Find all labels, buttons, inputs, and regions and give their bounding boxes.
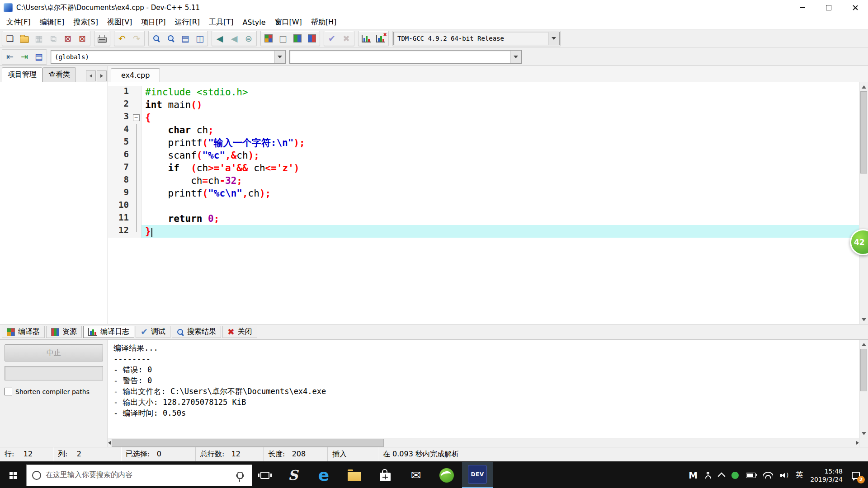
devcpp-taskbar-button[interactable]: DEV — [462, 462, 493, 488]
chevron-down-icon[interactable] — [510, 51, 521, 63]
bottom-tab-search-results[interactable]: 搜索结果 — [172, 326, 221, 338]
bottom-tab-compiler[interactable]: 编译器 — [2, 326, 45, 338]
scrollbar-thumb[interactable] — [112, 439, 384, 447]
globals-select[interactable]: (globals) — [51, 50, 286, 64]
editor-vscrollbar[interactable] — [859, 82, 868, 324]
back-button[interactable]: ◀ — [212, 32, 227, 45]
scroll-down-button[interactable] — [859, 429, 868, 438]
edge-taskbar-button[interactable]: e — [308, 462, 339, 488]
fold-collapse-icon[interactable] — [133, 114, 140, 121]
bottom-tab-close[interactable]: ✖关闭 — [222, 326, 257, 338]
mail-taskbar-button[interactable]: ✉ — [401, 462, 431, 488]
scroll-down-button[interactable] — [859, 315, 868, 324]
close-button[interactable] — [842, 0, 868, 15]
close-all-button[interactable]: ⊠ — [75, 32, 90, 45]
chevron-up-icon[interactable] — [718, 472, 726, 480]
swap-header-source-button[interactable]: ◫ — [193, 32, 207, 45]
menu-view[interactable]: 视图[V] — [103, 16, 137, 28]
scrollbar-thumb[interactable] — [860, 349, 867, 391]
menu-file[interactable]: 文件[F] — [2, 16, 35, 28]
fold-column[interactable] — [131, 111, 142, 124]
start-button[interactable] — [0, 462, 26, 488]
task-view-button[interactable] — [252, 462, 278, 488]
people-icon[interactable] — [705, 472, 712, 479]
members-select[interactable] — [289, 50, 522, 64]
tab-project-manager[interactable]: 项目管理 — [2, 67, 42, 82]
menu-tools[interactable]: 工具[T] — [204, 16, 238, 28]
goto-line-button[interactable]: ▤ — [178, 32, 193, 45]
tab-ex4-cpp[interactable]: ex4.cpp — [111, 68, 160, 82]
scrollbar-thumb[interactable] — [860, 91, 867, 174]
code-line[interactable]: 6 scanf("%c",&ch); — [108, 149, 859, 162]
taskbar-clock[interactable]: 15:48 2019/3/24 — [810, 467, 843, 483]
menu-run[interactable]: 运行[R] — [170, 16, 205, 28]
taskbar-search[interactable]: 在这里输入你要搜索的内容 — [26, 465, 252, 486]
abort-button[interactable]: 中止 — [5, 344, 103, 361]
class-browse-button[interactable]: ▤ — [32, 50, 46, 64]
code-line[interactable]: 9 printf("%c\n",ch); — [108, 187, 859, 200]
tab-scroll-left-button[interactable] — [86, 70, 96, 81]
abort-compile-button[interactable]: ✖ — [339, 32, 354, 45]
action-center-button[interactable]: 2 — [850, 470, 862, 481]
speaker-icon[interactable]: ) — [780, 472, 788, 479]
shorten-paths-checkbox[interactable]: Shorten compiler paths — [5, 388, 103, 395]
stop-button[interactable]: ⊜ — [241, 32, 256, 45]
menu-edit[interactable]: 编辑[E] — [35, 16, 69, 28]
menu-help[interactable]: 帮助[H] — [307, 16, 341, 28]
scroll-up-button[interactable] — [859, 340, 868, 349]
code-line[interactable]: 5 printf("输入一个字符:\n"); — [108, 136, 859, 149]
menu-project[interactable]: 项目[P] — [137, 16, 170, 28]
redo-button[interactable]: ↷ — [129, 32, 144, 45]
microphone-icon[interactable] — [237, 472, 243, 479]
scrollbar-track[interactable] — [859, 391, 868, 429]
code-line[interactable]: 3{ — [108, 111, 859, 124]
compile-log[interactable]: 编译结果...--------- 错误: 0- 警告: 0- 输出文件名: C:… — [108, 340, 868, 447]
m-app-icon[interactable]: M — [689, 470, 698, 481]
forward-button[interactable]: ◀ — [227, 32, 241, 45]
code-line[interactable]: 12} — [108, 225, 859, 238]
maximize-button[interactable] — [816, 0, 842, 15]
print-button[interactable] — [95, 32, 109, 45]
open-file-button[interactable] — [17, 32, 32, 45]
chevron-down-icon[interactable] — [548, 32, 559, 45]
green-browser-taskbar-button[interactable] — [431, 462, 462, 488]
profile-button[interactable] — [359, 32, 373, 45]
minimize-button[interactable] — [789, 0, 816, 15]
code-line[interactable]: 10 — [108, 200, 859, 212]
delete-profiling-button[interactable] — [373, 32, 388, 45]
compile-run-button[interactable] — [290, 32, 305, 45]
battery-icon[interactable] — [746, 473, 756, 478]
menu-astyle[interactable]: AStyle — [238, 17, 270, 28]
tab-class-viewer[interactable]: 查看类 — [42, 67, 76, 82]
bottom-tab-compile-log[interactable]: 编译日志 — [83, 326, 134, 338]
undo-button[interactable]: ↶ — [115, 32, 129, 45]
s-browser-taskbar-button[interactable]: S — [278, 462, 308, 488]
jump-forward-button[interactable]: ⇥ — [17, 50, 32, 64]
replace-button[interactable] — [164, 32, 178, 45]
code-line[interactable]: 11 return 0; — [108, 212, 859, 225]
ime-indicator[interactable]: 英 — [796, 470, 803, 480]
green-tray-icon[interactable] — [731, 472, 739, 479]
scroll-up-button[interactable] — [859, 82, 868, 91]
chevron-down-icon[interactable] — [274, 51, 285, 63]
find-button[interactable] — [149, 32, 164, 45]
store-taskbar-button[interactable] — [370, 462, 401, 488]
code-line[interactable]: 2int main() — [108, 99, 859, 111]
compiler-select[interactable]: TDM-GCC 4.9.2 64-bit Release — [393, 32, 560, 45]
jump-back-button[interactable]: ⇤ — [3, 50, 17, 64]
bottom-tab-debug[interactable]: ✔调试 — [136, 326, 170, 338]
log-hscrollbar[interactable] — [108, 438, 859, 447]
code-line[interactable]: 4 char ch; — [108, 124, 859, 136]
menu-window[interactable]: 窗口[W] — [270, 16, 307, 28]
code-lines[interactable]: 1#include <stdio.h>2int main()3{4 char c… — [108, 82, 859, 324]
code-line[interactable]: 7 if (ch>='a'&& ch<='z') — [108, 162, 859, 174]
code-line[interactable]: 8 ch=ch-32; — [108, 174, 859, 187]
run-button[interactable]: □ — [276, 32, 290, 45]
menu-search[interactable]: 搜索[S] — [69, 16, 103, 28]
rebuild-all-button[interactable] — [305, 32, 319, 45]
save-all-button[interactable]: ⧉ — [46, 32, 61, 45]
log-vscrollbar[interactable] — [859, 340, 868, 438]
file-explorer-taskbar-button[interactable] — [339, 462, 370, 488]
bottom-tab-resources[interactable]: 资源 — [46, 326, 82, 338]
project-panel[interactable] — [0, 82, 108, 324]
